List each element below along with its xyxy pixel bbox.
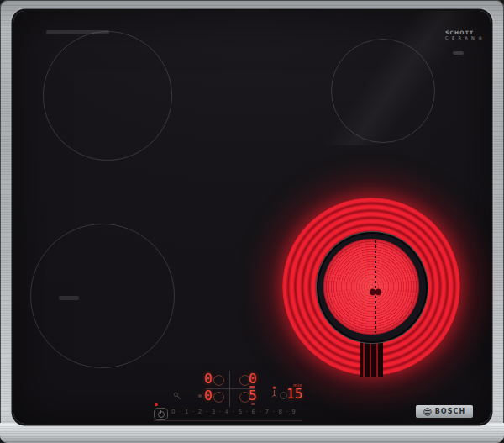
cooktop: SCHOTT C E R A N ® 0 0 0 5 min 15 0 · 1 … [0,0,504,443]
cooking-zone-front-left [30,224,175,368]
zone-print-marking [59,296,79,300]
front-left-power-display: 0 [204,389,213,403]
timer-display: 15 [286,388,302,401]
cooking-zone-rear-left [43,31,172,161]
front-right-power-display: 5 [249,389,257,403]
zone-select-circle-icon[interactable] [213,375,224,386]
rear-right-power-display: 0 [249,372,257,386]
zone-sub-indicator [251,403,255,405]
brand-badge: BOSCH [416,405,473,418]
timer-icon[interactable] [270,386,278,398]
power-slider-strip[interactable]: 0 · 1 · 2 · 3 · 4 · 5 · 6 · 7 · 8 · 9 [171,409,297,415]
schott-ceran-print: SCHOTT C E R A N ® [445,30,484,40]
disc-center-mark [368,287,383,298]
model-print-marking [46,30,109,34]
cooking-zone-rear-right [331,39,435,143]
schott-sub-print [453,51,464,55]
steel-frame-bottom [0,423,504,443]
schott-line2: C E R A N ® [445,36,484,41]
rear-left-power-display: 0 [204,372,213,386]
main-power-button[interactable] [154,408,168,420]
power-icon [158,411,165,418]
bosch-armature-icon [423,408,432,416]
brand-name: BOSCH [435,409,466,415]
power-indicator-dot [155,403,158,406]
key-lock-icon[interactable] [173,392,182,401]
display-divider-horizontal [206,388,255,389]
lock-indicator-dot [198,394,202,398]
zone-select-circle-icon[interactable] [213,392,224,403]
coil-connection-notch [360,342,383,377]
dual-circuit-indicator [249,386,255,388]
slider-baseline [154,420,302,421]
